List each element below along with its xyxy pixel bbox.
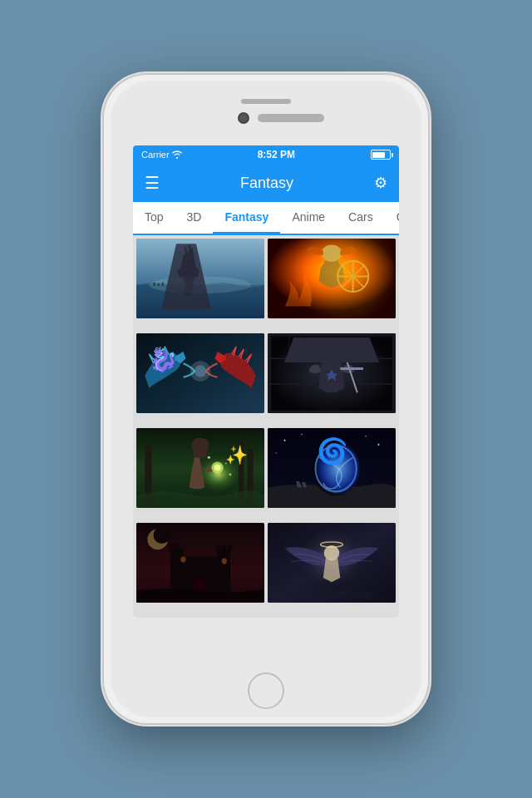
svg-rect-59: [222, 558, 227, 564]
phone-inner: Carrier 8:52 PM ☰ Fantasy: [111, 81, 421, 717]
status-bar: Carrier 8:52 PM: [133, 145, 399, 164]
svg-rect-58: [180, 556, 185, 562]
header-title: Fantasy: [240, 175, 293, 192]
svg-line-33: [204, 469, 217, 470]
svg-point-42: [284, 440, 286, 441]
tab-anime[interactable]: Anime: [280, 202, 337, 234]
svg-rect-6: [268, 239, 396, 318]
svg-point-23: [323, 341, 341, 356]
svg-point-35: [214, 465, 220, 471]
tab-3d[interactable]: 3D: [175, 202, 214, 234]
svg-line-25: [344, 354, 357, 392]
svg-rect-0: [136, 239, 264, 318]
tab-girls[interactable]: Girls: [385, 202, 399, 234]
svg-point-7: [322, 245, 342, 263]
list-item[interactable]: [268, 333, 396, 413]
svg-line-12: [342, 265, 364, 288]
tab-top[interactable]: Top: [133, 202, 175, 234]
speaker-top: [241, 99, 291, 104]
carrier-info: Carrier: [141, 150, 182, 160]
svg-line-11: [342, 265, 364, 288]
svg-rect-27: [136, 428, 264, 508]
svg-rect-51: [170, 548, 183, 603]
home-button[interactable]: [248, 672, 284, 709]
svg-point-34: [211, 461, 223, 473]
list-item[interactable]: [136, 523, 264, 603]
list-item[interactable]: [136, 239, 264, 318]
svg-point-38: [229, 473, 231, 475]
svg-rect-60: [268, 523, 396, 603]
svg-rect-3: [154, 283, 155, 286]
svg-point-43: [301, 434, 303, 436]
svg-point-2: [149, 277, 251, 294]
svg-point-8: [337, 261, 368, 292]
svg-rect-5: [162, 283, 164, 286]
svg-rect-57: [228, 545, 232, 551]
svg-rect-1: [136, 285, 264, 318]
svg-rect-17: [268, 333, 396, 413]
list-item[interactable]: [268, 428, 396, 508]
svg-point-15: [195, 365, 206, 377]
svg-rect-52: [218, 549, 230, 603]
tab-fantasy[interactable]: Fantasy: [213, 202, 280, 234]
svg-point-36: [208, 456, 210, 459]
svg-point-46: [275, 452, 277, 454]
svg-point-32: [192, 438, 209, 451]
screen: Carrier 8:52 PM ☰ Fantasy: [133, 145, 399, 618]
svg-rect-39: [268, 428, 396, 508]
settings-button[interactable]: ⚙: [374, 174, 387, 192]
list-item[interactable]: [268, 239, 396, 318]
svg-rect-56: [222, 545, 226, 551]
svg-point-44: [377, 444, 379, 446]
svg-point-49: [154, 526, 171, 544]
app-header: ☰ Fantasy ⚙: [133, 164, 399, 202]
svg-rect-29: [247, 449, 253, 508]
svg-rect-55: [215, 545, 219, 551]
list-item[interactable]: [136, 333, 264, 413]
tab-bar: Top 3D Fantasy Anime Cars Girls City Ani…: [133, 202, 399, 235]
status-time: 8:52 PM: [258, 149, 295, 160]
svg-point-14: [190, 361, 211, 382]
earpiece-speaker: [258, 114, 324, 122]
menu-button[interactable]: ☰: [145, 175, 160, 191]
svg-point-40: [312, 441, 359, 496]
svg-point-48: [147, 530, 168, 550]
svg-rect-30: [239, 441, 244, 508]
svg-rect-16: [268, 333, 396, 413]
wifi-icon: [172, 150, 182, 159]
list-item[interactable]: [268, 523, 396, 603]
front-camera: [238, 112, 249, 124]
svg-point-37: [225, 462, 227, 464]
svg-point-41: [315, 446, 356, 491]
carrier-name: Carrier: [141, 150, 170, 160]
tab-cars[interactable]: Cars: [337, 202, 385, 234]
image-grid: [133, 235, 399, 618]
svg-rect-4: [158, 283, 160, 286]
svg-rect-47: [136, 523, 264, 603]
svg-point-63: [321, 542, 343, 547]
svg-rect-54: [175, 544, 179, 550]
svg-rect-13: [136, 333, 264, 413]
svg-point-62: [324, 545, 339, 560]
svg-rect-53: [169, 544, 173, 550]
svg-rect-50: [175, 556, 226, 603]
battery-indicator: [371, 150, 391, 160]
list-item[interactable]: [136, 428, 264, 508]
svg-point-45: [365, 436, 367, 437]
svg-point-31: [188, 451, 239, 493]
svg-rect-24: [326, 350, 337, 354]
svg-point-61: [293, 526, 370, 594]
phone-device: Carrier 8:52 PM ☰ Fantasy: [104, 75, 428, 723]
battery-fill: [372, 152, 384, 158]
svg-rect-28: [145, 445, 151, 508]
battery-bar: [371, 150, 391, 160]
